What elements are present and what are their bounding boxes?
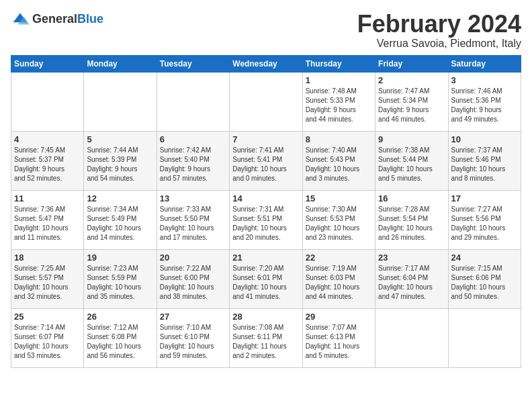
day-info: Sunrise: 7:44 AM Sunset: 5:39 PM Dayligh…	[87, 146, 153, 183]
weekday-header: Saturday	[448, 55, 521, 72]
calendar-table: SundayMondayTuesdayWednesdayThursdayFrid…	[11, 55, 521, 368]
page-header: General Blue February 2024 Verrua Savoia…	[11, 11, 521, 50]
day-number: 21	[232, 253, 299, 263]
logo-text: General Blue	[32, 12, 103, 26]
calendar-cell: 12Sunrise: 7:34 AM Sunset: 5:49 PM Dayli…	[84, 190, 157, 249]
day-info: Sunrise: 7:30 AM Sunset: 5:53 PM Dayligh…	[306, 205, 372, 242]
day-number: 14	[232, 193, 299, 203]
calendar-cell	[230, 72, 302, 131]
day-info: Sunrise: 7:19 AM Sunset: 6:03 PM Dayligh…	[306, 264, 372, 302]
day-info: Sunrise: 7:28 AM Sunset: 5:54 PM Dayligh…	[378, 205, 445, 242]
calendar-cell: 13Sunrise: 7:33 AM Sunset: 5:50 PM Dayli…	[157, 190, 229, 249]
calendar-cell: 3Sunrise: 7:46 AM Sunset: 5:36 PM Daylig…	[448, 72, 521, 131]
day-number: 5	[87, 134, 153, 144]
day-number: 11	[14, 193, 81, 203]
day-number: 1	[306, 75, 372, 85]
weekday-header: Friday	[375, 55, 448, 72]
day-info: Sunrise: 7:36 AM Sunset: 5:47 PM Dayligh…	[14, 205, 81, 242]
day-number: 9	[378, 134, 445, 144]
day-info: Sunrise: 7:12 AM Sunset: 6:08 PM Dayligh…	[87, 323, 153, 361]
calendar-cell: 22Sunrise: 7:19 AM Sunset: 6:03 PM Dayli…	[302, 249, 375, 308]
day-info: Sunrise: 7:07 AM Sunset: 6:13 PM Dayligh…	[306, 323, 372, 361]
calendar-cell	[448, 308, 521, 367]
day-info: Sunrise: 7:46 AM Sunset: 5:36 PM Dayligh…	[451, 87, 518, 124]
day-number: 28	[232, 312, 299, 322]
weekday-header: Tuesday	[157, 55, 229, 72]
header-row: SundayMondayTuesdayWednesdayThursdayFrid…	[11, 55, 521, 72]
calendar-cell: 16Sunrise: 7:28 AM Sunset: 5:54 PM Dayli…	[375, 190, 448, 249]
title-block: February 2024 Verrua Savoia, Piedmont, I…	[357, 11, 521, 50]
calendar-cell: 19Sunrise: 7:23 AM Sunset: 5:59 PM Dayli…	[84, 249, 157, 308]
calendar-cell: 24Sunrise: 7:15 AM Sunset: 6:06 PM Dayli…	[448, 249, 521, 308]
day-info: Sunrise: 7:45 AM Sunset: 5:37 PM Dayligh…	[14, 146, 81, 183]
calendar-cell: 23Sunrise: 7:17 AM Sunset: 6:04 PM Dayli…	[375, 249, 448, 308]
calendar-cell: 15Sunrise: 7:30 AM Sunset: 5:53 PM Dayli…	[302, 190, 375, 249]
day-number: 16	[378, 193, 445, 203]
calendar-cell: 28Sunrise: 7:08 AM Sunset: 6:11 PM Dayli…	[230, 308, 302, 367]
calendar-cell: 27Sunrise: 7:10 AM Sunset: 6:10 PM Dayli…	[157, 308, 229, 367]
calendar-cell: 6Sunrise: 7:42 AM Sunset: 5:40 PM Daylig…	[157, 131, 229, 190]
day-number: 22	[306, 253, 372, 263]
weekday-header: Monday	[84, 55, 157, 72]
day-info: Sunrise: 7:34 AM Sunset: 5:49 PM Dayligh…	[87, 205, 153, 242]
calendar-cell: 17Sunrise: 7:27 AM Sunset: 5:56 PM Dayli…	[448, 190, 521, 249]
calendar-week-row: 25Sunrise: 7:14 AM Sunset: 6:07 PM Dayli…	[11, 308, 521, 367]
calendar-cell: 7Sunrise: 7:41 AM Sunset: 5:41 PM Daylig…	[230, 131, 302, 190]
day-info: Sunrise: 7:08 AM Sunset: 6:11 PM Dayligh…	[232, 323, 299, 361]
day-number: 12	[87, 193, 153, 203]
day-info: Sunrise: 7:42 AM Sunset: 5:40 PM Dayligh…	[160, 146, 226, 183]
day-number: 13	[160, 193, 226, 203]
day-number: 17	[451, 193, 518, 203]
calendar-cell: 9Sunrise: 7:38 AM Sunset: 5:44 PM Daylig…	[375, 131, 448, 190]
weekday-header: Thursday	[302, 55, 375, 72]
day-number: 6	[160, 134, 226, 144]
day-info: Sunrise: 7:47 AM Sunset: 5:34 PM Dayligh…	[378, 87, 445, 124]
calendar-week-row: 1Sunrise: 7:48 AM Sunset: 5:33 PM Daylig…	[11, 72, 521, 131]
calendar-cell	[84, 72, 157, 131]
calendar-cell	[375, 308, 448, 367]
day-number: 24	[451, 253, 518, 263]
day-number: 25	[14, 312, 81, 322]
calendar-cell: 4Sunrise: 7:45 AM Sunset: 5:37 PM Daylig…	[11, 131, 84, 190]
day-number: 27	[160, 312, 226, 322]
day-info: Sunrise: 7:31 AM Sunset: 5:51 PM Dayligh…	[232, 205, 299, 242]
calendar-cell: 21Sunrise: 7:20 AM Sunset: 6:01 PM Dayli…	[230, 249, 302, 308]
day-number: 7	[232, 134, 299, 144]
calendar-cell: 14Sunrise: 7:31 AM Sunset: 5:51 PM Dayli…	[230, 190, 302, 249]
calendar-cell: 2Sunrise: 7:47 AM Sunset: 5:34 PM Daylig…	[375, 72, 448, 131]
day-info: Sunrise: 7:38 AM Sunset: 5:44 PM Dayligh…	[378, 146, 445, 183]
calendar-cell: 25Sunrise: 7:14 AM Sunset: 6:07 PM Dayli…	[11, 308, 84, 367]
day-info: Sunrise: 7:27 AM Sunset: 5:56 PM Dayligh…	[451, 205, 518, 242]
day-info: Sunrise: 7:41 AM Sunset: 5:41 PM Dayligh…	[232, 146, 299, 183]
day-number: 15	[306, 193, 372, 203]
calendar-cell: 29Sunrise: 7:07 AM Sunset: 6:13 PM Dayli…	[302, 308, 375, 367]
day-info: Sunrise: 7:25 AM Sunset: 5:57 PM Dayligh…	[14, 264, 81, 302]
logo: General Blue	[11, 11, 103, 27]
day-info: Sunrise: 7:17 AM Sunset: 6:04 PM Dayligh…	[378, 264, 445, 302]
calendar-cell	[11, 72, 84, 131]
calendar-week-row: 18Sunrise: 7:25 AM Sunset: 5:57 PM Dayli…	[11, 249, 521, 308]
day-number: 18	[14, 253, 81, 263]
day-info: Sunrise: 7:14 AM Sunset: 6:07 PM Dayligh…	[14, 323, 81, 361]
calendar-body: 1Sunrise: 7:48 AM Sunset: 5:33 PM Daylig…	[11, 72, 521, 367]
calendar-cell: 20Sunrise: 7:22 AM Sunset: 6:00 PM Dayli…	[157, 249, 229, 308]
day-info: Sunrise: 7:33 AM Sunset: 5:50 PM Dayligh…	[160, 205, 226, 242]
day-info: Sunrise: 7:22 AM Sunset: 6:00 PM Dayligh…	[160, 264, 226, 302]
weekday-header: Wednesday	[230, 55, 302, 72]
day-number: 10	[451, 134, 518, 144]
day-number: 4	[14, 134, 81, 144]
calendar-title: February 2024	[357, 11, 521, 38]
calendar-cell: 26Sunrise: 7:12 AM Sunset: 6:08 PM Dayli…	[84, 308, 157, 367]
day-number: 2	[378, 75, 445, 85]
calendar-week-row: 11Sunrise: 7:36 AM Sunset: 5:47 PM Dayli…	[11, 190, 521, 249]
day-number: 8	[306, 134, 372, 144]
day-number: 20	[160, 253, 226, 263]
day-info: Sunrise: 7:23 AM Sunset: 5:59 PM Dayligh…	[87, 264, 153, 302]
day-number: 29	[306, 312, 372, 322]
day-info: Sunrise: 7:37 AM Sunset: 5:46 PM Dayligh…	[451, 146, 518, 183]
day-number: 19	[87, 253, 153, 263]
calendar-cell: 11Sunrise: 7:36 AM Sunset: 5:47 PM Dayli…	[11, 190, 84, 249]
day-info: Sunrise: 7:40 AM Sunset: 5:43 PM Dayligh…	[306, 146, 372, 183]
calendar-cell: 8Sunrise: 7:40 AM Sunset: 5:43 PM Daylig…	[302, 131, 375, 190]
logo-blue: Blue	[77, 12, 103, 26]
